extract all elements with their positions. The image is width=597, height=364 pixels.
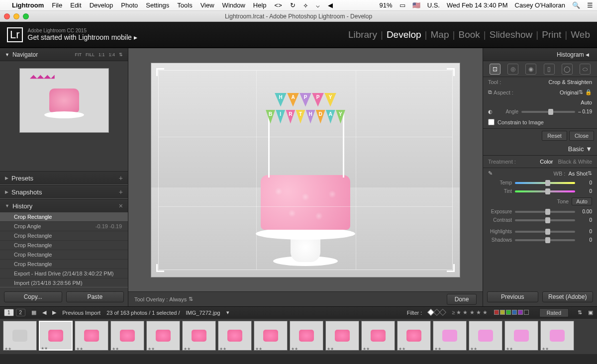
tint-slider[interactable] bbox=[515, 190, 575, 192]
module-book[interactable]: Book bbox=[458, 29, 480, 40]
navigator-thumbnail[interactable] bbox=[19, 68, 109, 133]
history-item[interactable]: Crop Angle-0.19 -0.19 bbox=[0, 222, 128, 231]
input-locale[interactable]: U.S. bbox=[427, 1, 440, 9]
module-develop[interactable]: Develop bbox=[387, 29, 421, 40]
nav-ratio[interactable]: 1:4 bbox=[108, 52, 115, 57]
menu-settings[interactable]: Settings bbox=[146, 1, 169, 9]
history-item[interactable]: Crop Rectangle bbox=[0, 241, 128, 250]
filmstrip-thumb[interactable] bbox=[290, 321, 323, 351]
crop-overlay[interactable] bbox=[158, 70, 453, 270]
angle-slider[interactable] bbox=[521, 111, 575, 113]
menu-edit[interactable]: Edit bbox=[70, 1, 81, 9]
module-slideshow[interactable]: Slideshow bbox=[490, 29, 533, 40]
menu-tools[interactable]: Tools bbox=[177, 1, 192, 9]
aspect-value[interactable]: Original bbox=[560, 90, 579, 95]
module-map[interactable]: Map bbox=[431, 29, 449, 40]
brush-tool-icon[interactable]: ⬭ bbox=[580, 64, 591, 75]
disclosure-triangle-icon[interactable]: ▼ bbox=[5, 52, 9, 57]
history-item[interactable]: Crop Rectangle bbox=[0, 231, 128, 241]
grid-icon[interactable]: ▦ bbox=[31, 309, 36, 316]
tool-reset-button[interactable]: Reset bbox=[542, 131, 567, 141]
menu-view[interactable]: View bbox=[200, 1, 214, 9]
menu-window[interactable]: Window bbox=[222, 1, 245, 9]
basic-panel-header[interactable]: Basic ▼ bbox=[483, 143, 597, 156]
color-filters[interactable] bbox=[494, 310, 529, 316]
constrain-checkbox[interactable] bbox=[488, 119, 495, 125]
filmstrip-thumb[interactable] bbox=[433, 321, 467, 351]
menu-develop[interactable]: Develop bbox=[90, 1, 113, 9]
tool-overlay-arrows[interactable]: ⇅ bbox=[189, 296, 193, 302]
zoom-window-button[interactable] bbox=[23, 13, 29, 19]
history-item[interactable]: Export - Hard Drive (2/14/18 3:40:22 PM) bbox=[0, 269, 128, 278]
menubar-app[interactable]: Lightroom bbox=[12, 1, 44, 9]
spot-tool-icon[interactable]: ◎ bbox=[507, 64, 518, 75]
navigator-header[interactable]: ▼ Navigator FIT FILL 1:1 1:4 ⇅ bbox=[0, 48, 128, 61]
shadows-slider[interactable] bbox=[515, 239, 575, 241]
sync-icon[interactable]: ↻ bbox=[290, 1, 296, 9]
filmstrip-thumb[interactable] bbox=[254, 321, 288, 351]
mobile-link[interactable]: Get started with Lightroom mobile ▸ bbox=[28, 33, 137, 41]
tool-overlay-value[interactable]: Always bbox=[169, 296, 187, 302]
reset-adobe-button[interactable]: Reset (Adobe) bbox=[542, 291, 594, 302]
menu-photo[interactable]: Photo bbox=[121, 1, 138, 9]
done-button[interactable]: Done bbox=[447, 294, 477, 305]
gradient-tool-icon[interactable]: ▯ bbox=[544, 64, 555, 75]
filmstrip-thumb[interactable] bbox=[361, 321, 395, 351]
nav-back-icon[interactable]: <> bbox=[275, 1, 282, 9]
flag-filters[interactable] bbox=[428, 310, 446, 316]
filmstrip-thumb[interactable] bbox=[3, 321, 37, 351]
history-item[interactable]: Crop Rectangle bbox=[0, 250, 128, 260]
filename[interactable]: IMG_7272.jpg bbox=[186, 310, 220, 316]
filmstrip-thumb[interactable] bbox=[110, 321, 144, 351]
lock-icon[interactable]: 🔒 bbox=[585, 89, 592, 95]
histogram-header[interactable]: Histogram ◀ bbox=[483, 48, 597, 61]
temp-slider[interactable] bbox=[515, 182, 575, 184]
module-library[interactable]: Library bbox=[348, 29, 377, 40]
filmstrip-thumb[interactable] bbox=[397, 321, 431, 351]
filmstrip-thumb[interactable] bbox=[39, 321, 73, 351]
flag-icon[interactable]: 🇺🇸 bbox=[412, 1, 420, 9]
menu-help[interactable]: Help bbox=[253, 1, 267, 9]
treatment-bw[interactable]: Black & White bbox=[558, 159, 592, 165]
filmstrip-thumb[interactable] bbox=[540, 321, 574, 351]
copy-button[interactable]: Copy... bbox=[4, 291, 62, 302]
filter-lock-icon[interactable]: ⇅ bbox=[578, 309, 582, 316]
minimize-window-button[interactable] bbox=[13, 13, 19, 19]
user-name[interactable]: Casey O'Halloran bbox=[515, 1, 565, 9]
previous-button[interactable]: Previous bbox=[487, 291, 538, 302]
photo-preview[interactable]: H A P P Y B I R T H D A Y bbox=[151, 63, 460, 277]
radial-tool-icon[interactable]: ◯ bbox=[562, 64, 573, 75]
angle-value[interactable]: – 0.19 bbox=[575, 109, 592, 114]
filmstrip-thumb[interactable] bbox=[469, 321, 502, 351]
module-web[interactable]: Web bbox=[571, 29, 590, 40]
battery-percent[interactable]: 91% bbox=[380, 1, 393, 9]
presets-header[interactable]: ▶Presets+ bbox=[0, 172, 128, 184]
paste-button[interactable]: Paste bbox=[66, 291, 124, 302]
treatment-color[interactable]: Color bbox=[540, 159, 553, 165]
crop-handle-tr[interactable] bbox=[447, 68, 455, 76]
exposure-slider[interactable] bbox=[515, 211, 575, 213]
wifi-icon[interactable]: ⌵ bbox=[316, 1, 320, 9]
history-item[interactable]: Import (2/14/18 3:28:56 PM) bbox=[0, 278, 128, 287]
redeye-tool-icon[interactable]: ◉ bbox=[525, 64, 536, 75]
filmstrip-thumb[interactable] bbox=[182, 321, 216, 351]
crop-handle-br[interactable] bbox=[447, 264, 455, 272]
filmstrip[interactable] bbox=[0, 318, 597, 354]
angle-dial-icon[interactable]: ◐ bbox=[488, 109, 493, 114]
volume-icon[interactable]: ◀ bbox=[328, 1, 333, 9]
tool-close-button[interactable]: Close bbox=[569, 131, 594, 141]
nav-1to1[interactable]: 1:1 bbox=[99, 52, 105, 57]
display-1[interactable]: 1 bbox=[4, 309, 14, 316]
wb-value[interactable]: As Shot bbox=[568, 171, 588, 177]
history-header[interactable]: ▼History× bbox=[0, 199, 128, 212]
history-item[interactable]: Crop Rectangle bbox=[0, 260, 128, 269]
highlights-slider[interactable] bbox=[515, 231, 575, 233]
display-2[interactable]: 2 bbox=[16, 309, 26, 316]
filmstrip-thumb[interactable] bbox=[218, 321, 252, 351]
filmstrip-thumb[interactable] bbox=[146, 321, 180, 351]
angle-auto[interactable]: Auto bbox=[581, 99, 592, 105]
crop-tool-icon[interactable]: ⊡ bbox=[490, 64, 500, 75]
history-item[interactable]: Crop Rectangle bbox=[0, 212, 128, 222]
snapshots-header[interactable]: ▶Snapshots+ bbox=[0, 185, 128, 198]
eyedropper-icon[interactable]: ✎ bbox=[488, 170, 493, 177]
